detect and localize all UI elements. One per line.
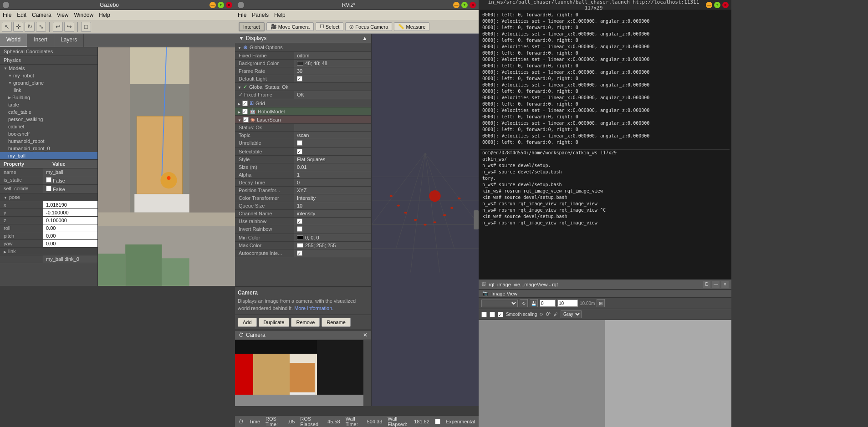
translate-tool-icon[interactable]: ✛: [13, 22, 23, 32]
laser-size-value[interactable]: 0.01: [294, 163, 371, 171]
rviz-menu-panels[interactable]: Panels: [252, 12, 269, 18]
tab-insert[interactable]: Insert: [27, 34, 54, 47]
sidebar-item-ground-plane[interactable]: ground_plane: [0, 79, 97, 86]
measure-button[interactable]: 📏 Measure: [394, 22, 429, 31]
laser-unreliable-value[interactable]: [294, 139, 371, 147]
tab-layers[interactable]: Layers: [54, 34, 84, 47]
laser-alpha-value[interactable]: 1: [294, 171, 371, 178]
autocompute-checkbox[interactable]: [297, 250, 302, 256]
unreliable-checkbox[interactable]: [297, 140, 302, 146]
zoom-max-input[interactable]: [557, 300, 578, 307]
gazebo-close-button[interactable]: ×: [226, 2, 232, 8]
display-robot-model[interactable]: 🤖 RobotModel: [235, 107, 371, 116]
laser-channel-value[interactable]: intensity: [294, 210, 371, 217]
display-laser-scan[interactable]: ◉ LaserScan: [235, 116, 371, 124]
image-view-close[interactable]: ×: [721, 281, 729, 288]
sidebar-item-humanoid-robot-0[interactable]: humanoid_robot_0: [0, 145, 97, 152]
redo-icon[interactable]: ↪: [64, 22, 74, 32]
camera-panel-close[interactable]: ✕: [363, 332, 368, 338]
sidebar-spherical-coords[interactable]: Spherical Coordinates: [0, 47, 97, 56]
sidebar-item-my-robot[interactable]: my_robot: [0, 72, 97, 79]
laser-min-color-value[interactable]: 0; 0; 0: [294, 234, 371, 241]
select-button[interactable]: ☐ Select: [316, 22, 344, 31]
display-global-status[interactable]: ✓ Global Status: Ok: [235, 83, 371, 91]
display-global-options[interactable]: ⊕ Global Options: [235, 43, 371, 52]
zoom-input[interactable]: [540, 300, 556, 307]
display-grid[interactable]: ⊞ Grid: [235, 99, 371, 107]
menu-window[interactable]: Window: [74, 12, 94, 18]
displays-collapse-icon[interactable]: ▼: [239, 35, 244, 41]
sidebar-item-my-ball[interactable]: my_ball: [0, 152, 97, 159]
menu-camera[interactable]: Camera: [32, 12, 51, 18]
laser-pos-value[interactable]: XYZ: [294, 187, 371, 194]
image-topic-select[interactable]: [481, 300, 518, 307]
rviz-viewport[interactable]: [372, 34, 479, 406]
robot-model-checkbox[interactable]: [242, 109, 248, 114]
default-light-checkbox[interactable]: [297, 76, 302, 81]
move-camera-button[interactable]: 🎥 Move Camera: [266, 22, 314, 31]
refresh-button[interactable]: ↻: [520, 299, 528, 307]
camera-more-info-link[interactable]: More Information.: [294, 305, 333, 311]
undo-icon[interactable]: ↩: [53, 22, 63, 32]
laser-color-transformer-value[interactable]: Intensity: [294, 194, 371, 202]
rviz-maximize-button[interactable]: +: [461, 2, 468, 8]
laser-selectable-value[interactable]: [294, 148, 371, 155]
sidebar-item-table[interactable]: table: [0, 101, 97, 108]
selectable-checkbox[interactable]: [297, 149, 302, 154]
rviz-menu-help[interactable]: Help: [274, 12, 286, 18]
save-image-button[interactable]: 💾: [530, 299, 538, 307]
box-icon[interactable]: □: [81, 22, 91, 32]
experimental-checkbox[interactable]: [435, 419, 440, 424]
sidebar-models-header[interactable]: Models: [0, 65, 97, 72]
laser-autocompute-value[interactable]: [294, 249, 371, 257]
terminal-close[interactable]: ×: [722, 2, 729, 8]
terminal-window-controls[interactable]: — + ×: [706, 2, 729, 8]
sidebar-item-cabinet[interactable]: cabinet: [0, 123, 97, 130]
sidebar-item-bookshelf[interactable]: bookshelf: [0, 130, 97, 137]
menu-help[interactable]: Help: [99, 12, 110, 18]
sidebar-physics[interactable]: Physics: [0, 56, 97, 65]
prop-value-roll[interactable]: 0.00: [43, 224, 97, 232]
prop-value-is-static[interactable]: False: [43, 176, 97, 184]
interact-button[interactable]: Interact: [239, 22, 265, 31]
menu-edit[interactable]: Edit: [17, 12, 26, 18]
prop-value-z[interactable]: 0.100000: [43, 217, 97, 224]
laser-max-color-value[interactable]: 255; 255; 255: [294, 242, 371, 249]
laser-rainbow-value[interactable]: [294, 218, 371, 225]
add-display-button[interactable]: Add: [238, 318, 257, 327]
prop-value-self-collide[interactable]: False: [43, 185, 97, 193]
prop-value-link[interactable]: my_ball::link_0: [43, 255, 97, 263]
prop-value-x[interactable]: 1.018190: [43, 201, 97, 208]
default-light-value[interactable]: [294, 75, 371, 82]
smooth-scaling-checkbox[interactable]: [498, 312, 503, 317]
gazebo-window-controls[interactable]: — + ×: [209, 2, 232, 8]
is-static-checkbox[interactable]: [46, 177, 51, 183]
terminal-minimize[interactable]: —: [706, 2, 712, 8]
channel-checkbox-2[interactable]: [490, 312, 495, 317]
color-mode-select[interactable]: Gray: [561, 310, 582, 318]
laser-invert-rainbow-value[interactable]: [294, 225, 371, 234]
sidebar-item-person-walking[interactable]: person_walking: [0, 116, 97, 123]
rotate-tool-icon[interactable]: ↻: [25, 22, 35, 32]
sidebar-item-link[interactable]: link: [0, 86, 97, 94]
sidebar-item-humanoid-robot[interactable]: humanoid_robot: [0, 137, 97, 145]
laser-scan-checkbox[interactable]: [243, 117, 249, 122]
gazebo-minimize-button[interactable]: —: [209, 2, 216, 8]
menu-file[interactable]: File: [3, 12, 11, 18]
rename-display-button[interactable]: Rename: [322, 318, 351, 327]
prop-value-pitch[interactable]: 0.00: [43, 232, 97, 239]
image-view-minimize[interactable]: —: [712, 281, 720, 288]
remove-display-button[interactable]: Remove: [291, 318, 320, 327]
rviz-minimize-button[interactable]: —: [453, 2, 460, 8]
channel-checkbox-1[interactable]: [481, 312, 487, 317]
focus-camera-button[interactable]: ◎ Focus Camera: [345, 22, 392, 31]
pose-section[interactable]: pose: [0, 193, 97, 201]
image-view-controls[interactable]: D — ×: [703, 281, 729, 288]
rviz-window-controls[interactable]: — + ×: [453, 2, 476, 8]
grid-checkbox[interactable]: [242, 101, 248, 106]
prop-value-y[interactable]: -0.100000: [43, 209, 97, 216]
fixed-frame-value[interactable]: odom: [294, 52, 371, 59]
select-tool-icon[interactable]: ↖: [2, 22, 12, 32]
laser-topic-value[interactable]: /scan: [294, 132, 371, 139]
laser-style-value[interactable]: Flat Squares: [294, 156, 371, 163]
